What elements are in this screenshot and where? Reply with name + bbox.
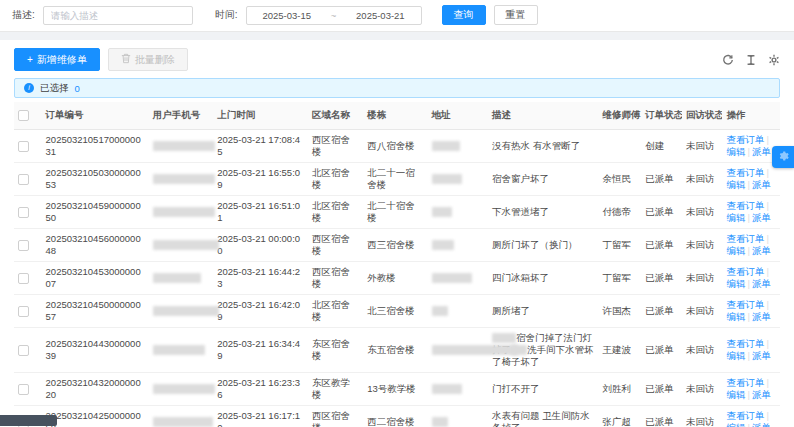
column-header-9[interactable]: 回访状态 [682,102,723,130]
column-header-4[interactable]: 楼栋 [363,102,427,130]
view-order-link[interactable]: 查看订单 [726,377,764,388]
dispatch-link[interactable]: 派单 [752,245,771,256]
column-header-5[interactable]: 地址 [428,102,489,130]
description-cell: 下水管道堵了 [488,196,598,229]
order-no-cell: 20250321050300000053 [42,163,149,196]
order-no-cell: 20250321043200000020 [42,373,149,406]
description-text: 水表有问题 卫生间防水条掉了 [492,410,590,427]
visit-time-cell: 2025-03-21 17:08:45 [213,130,308,163]
dispatch-link[interactable]: 派单 [752,146,771,157]
batch-delete-button[interactable]: 批量删除 [108,48,188,71]
density-icon[interactable] [744,53,757,66]
dispatch-link[interactable]: 派单 [752,422,771,427]
edit-link[interactable]: 编辑 [726,212,745,223]
column-header-10[interactable]: 操作 [722,102,780,130]
order-no-cell: 20250321045900000050 [42,196,149,229]
description-filter-label: 描述: [12,8,35,22]
date-start-value[interactable]: 2025-03-15 [262,10,311,21]
order-status-cell: 已派单 [641,262,682,295]
area-cell: 西区宿舍楼 [308,262,363,295]
action-separator: | [747,389,749,400]
column-header-0[interactable]: 订单编号 [42,102,149,130]
row-checkbox[interactable] [18,141,29,152]
floating-settings-button[interactable] [772,146,794,168]
view-order-link[interactable]: 查看订单 [726,233,764,244]
column-header-1[interactable]: 用户手机号 [149,102,213,130]
building-cell: 13号教学楼 [363,373,427,406]
row-checkbox[interactable] [18,174,29,185]
time-filter-label: 时间: [215,8,238,22]
date-end-value[interactable]: 2025-03-21 [356,10,405,21]
description-text: 四门冰箱坏了 [492,272,549,283]
description-filter-input[interactable] [43,6,193,25]
row-checkbox[interactable] [18,207,29,218]
view-order-link[interactable]: 查看订单 [726,299,764,310]
view-order-link[interactable]: 查看订单 [726,266,764,277]
dispatch-link[interactable]: 派单 [752,350,771,361]
table-row: 202503210432000000202025-03-21 16:23:36东… [14,373,780,406]
view-order-link[interactable]: 查看订单 [726,134,764,145]
add-repair-order-button[interactable]: + 新增维修单 [14,48,100,71]
column-header-7[interactable]: 维修师傅 [598,102,641,130]
section-divider [0,31,794,40]
view-order-link[interactable]: 查看订单 [726,338,764,349]
row-checkbox[interactable] [18,345,29,356]
visit-status-cell: 未回访 [682,406,723,427]
action-separator: | [747,212,749,223]
description-text: 下水管道堵了 [492,206,549,217]
column-header-3[interactable]: 区域名称 [308,102,363,130]
row-checkbox[interactable] [18,306,29,317]
action-separator: | [747,179,749,190]
area-cell: 北区宿舍楼 [308,163,363,196]
action-separator: | [766,167,768,178]
master-cell: 丁留军 [598,262,641,295]
row-checkbox[interactable] [18,273,29,284]
dispatch-link[interactable]: 派单 [752,212,771,223]
column-header-8[interactable]: 订单状态 [641,102,682,130]
order-status-cell: 已派单 [641,196,682,229]
dispatch-link[interactable]: 派单 [752,179,771,190]
action-separator: | [766,233,768,244]
order-status-cell: 已派单 [641,328,682,373]
edit-link[interactable]: 编辑 [726,422,745,427]
master-cell: 刘胜利 [598,373,641,406]
view-order-link[interactable]: 查看订单 [726,167,764,178]
header-checkbox-cell [14,102,42,130]
column-settings-icon[interactable] [767,53,780,66]
filter-bar: 描述: 时间: 2025-03-15 ~ 2025-03-21 查询 重置 [0,0,794,31]
row-checkbox[interactable] [18,384,29,395]
action-separator: | [766,299,768,310]
edit-link[interactable]: 编辑 [726,389,745,400]
order-no-cell: 20250321045300000007 [42,262,149,295]
row-checkbox[interactable] [18,240,29,251]
dispatch-link[interactable]: 派单 [752,311,771,322]
view-order-link[interactable]: 查看订单 [726,200,764,211]
toolbar-icon-group [721,53,780,66]
date-range-picker[interactable]: 2025-03-15 ~ 2025-03-21 [246,6,422,25]
view-order-link[interactable]: 查看订单 [726,410,764,421]
edit-link[interactable]: 编辑 [726,350,745,361]
reset-button[interactable]: 重置 [494,5,538,25]
edit-link[interactable]: 编辑 [726,179,745,190]
repair-order-table: 订单编号用户手机号上门时间区域名称楼栋地址描述维修师傅订单状态回访状态操作 20… [14,102,780,427]
dispatch-link[interactable]: 派单 [752,278,771,289]
action-separator: | [766,377,768,388]
dispatch-link[interactable]: 派单 [752,389,771,400]
edit-link[interactable]: 编辑 [726,146,745,157]
phone-cell [149,163,213,196]
edit-link[interactable]: 编辑 [726,278,745,289]
redacted-value [432,384,462,394]
area-cell: 北区宿舍楼 [308,295,363,328]
selection-count: 0 [75,83,80,94]
row-checkbox-cell [14,373,42,406]
column-header-2[interactable]: 上门时间 [213,102,308,130]
edit-link[interactable]: 编辑 [726,245,745,256]
edit-link[interactable]: 编辑 [726,311,745,322]
search-button[interactable]: 查询 [442,5,486,25]
select-all-checkbox[interactable] [18,110,29,121]
action-separator: | [747,311,749,322]
table-toolbar: + 新增维修单 批量删除 [14,48,780,71]
column-header-6[interactable]: 描述 [488,102,598,130]
operations-cell: 查看订单|编辑|派单 [722,373,780,406]
refresh-icon[interactable] [721,53,734,66]
